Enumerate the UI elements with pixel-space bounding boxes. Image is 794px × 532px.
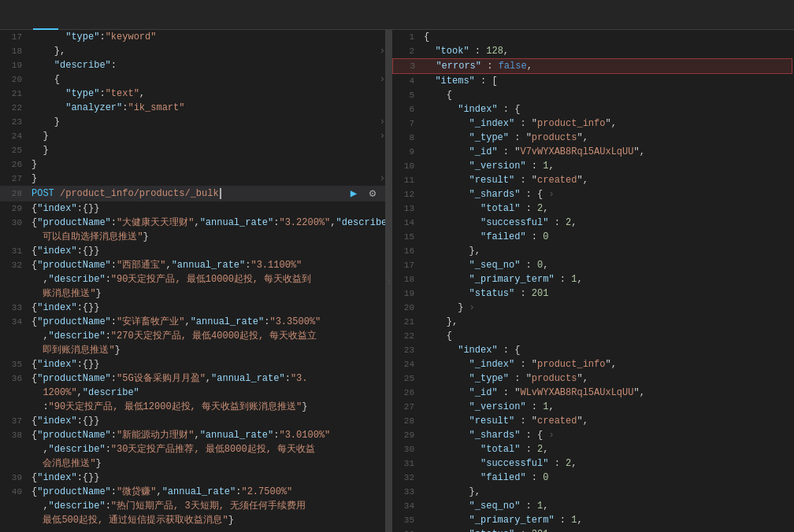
output-line: 24 "_index" : "product_info",: [392, 357, 794, 371]
editor-line: 23 } ›: [0, 115, 385, 129]
output-line: 26 "_id" : "WLvWYXAB8Rql5AUxLqUU",: [392, 386, 794, 400]
editor-line: 1200%","describe": [0, 386, 385, 400]
editor-line: 36{"productName":"5G设备采购月月盈","annual_rat…: [0, 371, 385, 386]
output-line: 36 "status" : 201: [392, 527, 794, 532]
editor-line: 25 }: [0, 143, 385, 157]
tab-console[interactable]: [8, 0, 33, 30]
editor-line: 账消息推送"}: [0, 286, 385, 301]
output-line: 9 "_id" : "V7vWYXAB8Rql5AUxLqUU",: [392, 145, 794, 159]
main-layout: 17 "type":"keyword"18 }, ›19 "describe":…: [0, 30, 794, 532]
output-line: 25 "_type" : "products",: [392, 371, 794, 386]
output-line: 23 "index" : {: [392, 343, 794, 357]
editor-line: 27} ›: [0, 172, 385, 186]
output-line: 32 "failed" : 0: [392, 471, 794, 485]
output-line: 22 {: [392, 329, 794, 343]
editor-line: ,"describe":"90天定投产品, 最低10000起投, 每天收益到: [0, 272, 385, 286]
output-line: 21 },: [392, 315, 794, 329]
editor-line: 最低500起投, 通过短信提示获取收益消息"}: [0, 513, 385, 527]
editor-line: 17 "type":"keyword": [0, 30, 385, 44]
editor-line: 32{"productName":"西部通宝","annual_rate":"3…: [0, 258, 385, 272]
output-line: 12 "_shards" : { ›: [392, 187, 794, 201]
editor-line: 22 "analyzer":"ik_smart": [0, 101, 385, 115]
wrench-button[interactable]: ⚙: [365, 186, 380, 201]
output-code-area[interactable]: 1{2 "took" : 128,3 "errors" : false,4 "i…: [392, 30, 794, 532]
output-line: 18 "_primary_term" : 1,: [392, 272, 794, 286]
output-line: 28 "result" : "created",: [392, 414, 794, 428]
output-line: 10 "_version" : 1,: [392, 159, 794, 173]
output-line: 20 } ›: [392, 301, 794, 315]
run-button[interactable]: ▶: [346, 186, 362, 201]
editor-line: 19 "describe":: [0, 58, 385, 72]
output-line: 33 },: [392, 485, 794, 499]
output-line: 11 "result" : "created",: [392, 173, 794, 187]
output-line: 34 "_seq_no" : 1,: [392, 499, 794, 513]
editor-line: 会消息推送"}: [0, 456, 385, 471]
output-line: 14 "successful" : 2,: [392, 216, 794, 230]
editor-line: 39{"index":{}}: [0, 471, 385, 485]
editor-line: 34{"productName":"安详畜牧产业","annual_rate":…: [0, 315, 385, 329]
editor-line: 40{"productName":"微贷赚","annual_rate":"2.…: [0, 485, 385, 499]
editor-line: 可以自助选择消息推送"}: [0, 230, 385, 244]
editor-line: 29{"index":{}}: [0, 201, 385, 216]
output-line: 13 "total" : 2,: [392, 201, 794, 216]
editor-line: 31{"index":{}}: [0, 244, 385, 258]
output-line: 7 "_index" : "product_info",: [392, 116, 794, 131]
editor-line: ,"describe":"30天定投产品推荐, 最低8000起投, 每天收益: [0, 442, 385, 456]
output-line: 17 "_seq_no" : 0,: [392, 258, 794, 272]
output-line: 2 "took" : 128,: [392, 44, 794, 58]
output-line: 35 "_primary_term" : 1,: [392, 513, 794, 527]
output-line: 3 "errors" : false,: [392, 58, 792, 74]
editor-line: 18 }, ›: [0, 44, 385, 58]
output-line: 16 },: [392, 244, 794, 258]
output-line: 30 "total" : 2,: [392, 442, 794, 456]
output-line: 15 "failed" : 0: [392, 230, 794, 244]
editor-line: 35{"index":{}}: [0, 357, 385, 371]
output-line: 27 "_version" : 1,: [392, 400, 794, 414]
output-panel: 1{2 "took" : 128,3 "errors" : false,4 "i…: [392, 30, 794, 532]
editor-line: :"90天定投产品, 最低12000起投, 每天收益到账消息推送"}: [0, 400, 385, 414]
output-line: 19 "status" : 201: [392, 286, 794, 301]
output-line: 31 "successful" : 2,: [392, 456, 794, 471]
output-line: 5 {: [392, 88, 794, 102]
editor-code-area[interactable]: 17 "type":"keyword"18 }, ›19 "describe":…: [0, 30, 385, 532]
panel-divider[interactable]: [386, 30, 392, 532]
editor-line: 28POST /product_info/products/_bulk▶⚙: [0, 186, 385, 201]
editor-line: 38{"productName":"新能源动力理财","annual_rate"…: [0, 428, 385, 442]
editor-line: 21 "type":"text",: [0, 87, 385, 101]
tab-grok-debugger[interactable]: [58, 0, 83, 30]
editor-line: 即到账消息推送"}: [0, 343, 385, 357]
output-line: 6 "index" : {: [392, 102, 794, 116]
tab-bar: [0, 0, 794, 30]
editor-panel: 17 "type":"keyword"18 }, ›19 "describe":…: [0, 30, 386, 532]
editor-line: 37{"index":{}}: [0, 414, 385, 428]
output-line: 1{: [392, 30, 794, 44]
editor-line: ,"describe":"热门短期产品, 3天短期, 无须任何手续费用: [0, 499, 385, 513]
output-line: 4 "items" : [: [392, 74, 794, 88]
output-line: 29 "_shards" : { ›: [392, 428, 794, 442]
editor-line: 30{"productName":"大健康天天理财","annual_rate"…: [0, 216, 385, 230]
editor-line: 33{"index":{}}: [0, 301, 385, 315]
editor-line: ,"describe":"270天定投产品, 最低40000起投, 每天收益立: [0, 329, 385, 343]
editor-line: 26}: [0, 157, 385, 172]
editor-line: 20 { ›: [0, 72, 385, 87]
tab-search-profiler[interactable]: [33, 0, 58, 30]
editor-line: 24 } ›: [0, 129, 385, 143]
output-line: 8 "_type" : "products",: [392, 131, 794, 145]
